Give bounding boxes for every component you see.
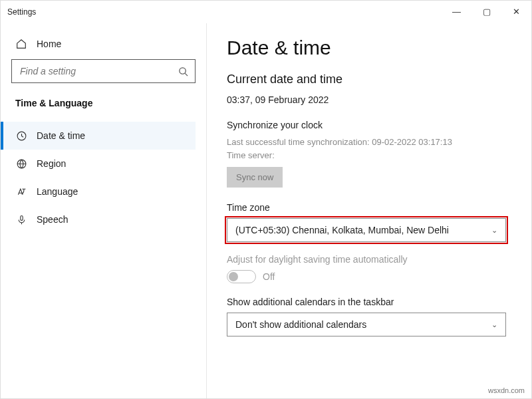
sync-heading: Synchronize your clock [227, 120, 511, 130]
category-heading: Time & Language [15, 98, 196, 108]
close-button[interactable]: ✕ [501, 1, 531, 22]
clock-icon [15, 130, 27, 142]
watermark: wsxdn.com [488, 386, 525, 394]
window-title: Settings [7, 7, 36, 17]
nav-item-date-time[interactable]: Date & time [1, 122, 196, 150]
calendar-value: Don't show additional calendars [235, 319, 366, 330]
timezone-value: (UTC+05:30) Chennai, Kolkata, Mumbai, Ne… [235, 225, 449, 235]
titlebar: Settings — ▢ ✕ [1, 1, 531, 23]
chevron-down-icon: ⌄ [491, 226, 497, 235]
nav-item-region[interactable]: Region [1, 150, 196, 178]
nav-item-speech[interactable]: Speech [1, 205, 196, 233]
content: Date & time Current date and time 03:37,… [207, 23, 531, 398]
sync-now-button[interactable]: Sync now [227, 167, 283, 188]
minimize-button[interactable]: — [442, 1, 471, 22]
nav-label: Region [37, 158, 66, 169]
timezone-dropdown[interactable]: (UTC+05:30) Chennai, Kolkata, Mumbai, Ne… [227, 218, 506, 242]
maximize-button[interactable]: ▢ [471, 1, 501, 22]
nav-label: Date & time [37, 130, 85, 141]
calendar-label: Show additional calendars in the taskbar [227, 297, 511, 307]
sync-server: Time server: [227, 149, 511, 162]
search-field[interactable] [19, 65, 178, 77]
svg-rect-4 [20, 215, 22, 220]
dst-label: Adjust for daylight saving time automati… [227, 254, 511, 265]
search-icon [178, 66, 188, 76]
calendar-dropdown[interactable]: Don't show additional calendars ⌄ [227, 313, 506, 336]
timezone-label: Time zone [227, 202, 511, 213]
home-link[interactable]: Home [11, 35, 196, 59]
microphone-icon [15, 213, 27, 225]
current-datetime: 03:37, 09 February 2022 [227, 94, 511, 105]
svg-point-0 [180, 67, 186, 73]
page-title: Date & time [227, 37, 511, 59]
nav-label: Language [37, 186, 78, 197]
sidebar: Home Time & Language Date & time [1, 23, 207, 398]
nav-label: Speech [37, 214, 68, 225]
dst-state: Off [263, 271, 275, 282]
sync-last: Last successful time synchronization: 09… [227, 136, 511, 149]
nav-item-language[interactable]: Language [1, 178, 196, 205]
language-icon [15, 186, 27, 198]
home-label: Home [37, 39, 61, 49]
dst-toggle [227, 270, 256, 283]
globe-icon [15, 158, 27, 170]
search-input[interactable] [11, 59, 196, 83]
home-icon [15, 38, 27, 50]
svg-line-1 [185, 73, 188, 76]
current-heading: Current date and time [227, 72, 511, 86]
chevron-down-icon: ⌄ [491, 321, 497, 329]
